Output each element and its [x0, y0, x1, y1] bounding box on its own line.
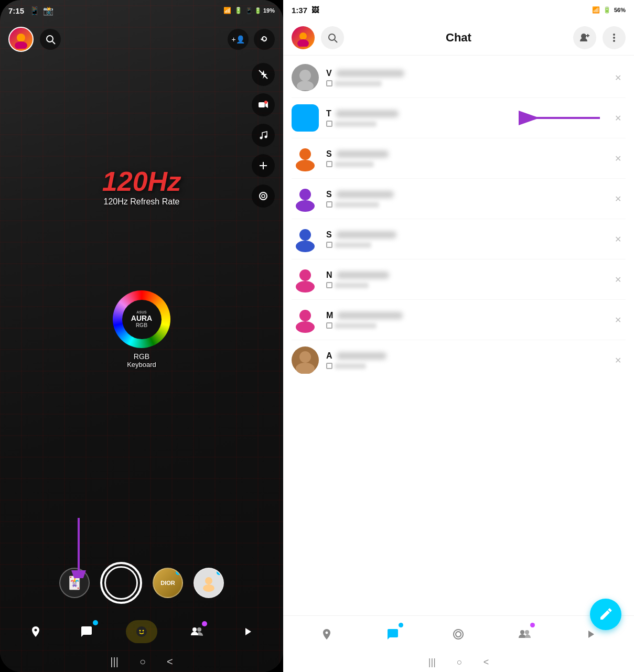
chat-item-a[interactable]: A ✕ — [283, 340, 634, 380]
add-friend-button[interactable]: +👤 — [228, 29, 249, 50]
stories-nav-item[interactable] — [236, 620, 259, 643]
lens-button[interactable] — [252, 185, 275, 208]
chat-sub-s2 — [326, 201, 610, 208]
chat-item-s2[interactable]: S ✕ — [283, 179, 634, 219]
search-button[interactable] — [40, 29, 61, 50]
compose-fab[interactable] — [590, 599, 621, 630]
chat-item-v[interactable]: V ✕ — [283, 58, 634, 97]
back-button[interactable]: < — [167, 656, 173, 668]
svg-point-47 — [296, 321, 315, 333]
svg-point-8 — [260, 137, 263, 139]
bitmoji-filter[interactable] — [194, 568, 224, 598]
avatar-t — [292, 104, 319, 132]
map-nav-item[interactable] — [24, 620, 47, 643]
chat-info-v: V — [326, 69, 610, 86]
close-chat-s1[interactable]: ✕ — [610, 149, 626, 168]
chat-info-s1: S — [326, 149, 610, 167]
right-recent-apps[interactable]: ||| — [428, 657, 436, 668]
rgb-keyboard-text: RGB — [63, 352, 220, 361]
chat-initial-s2: S — [326, 190, 332, 199]
right-chat-nav[interactable] — [381, 623, 404, 646]
svg-point-50 — [520, 630, 524, 634]
ai-nav-item[interactable] — [126, 620, 157, 643]
hz-sub-text: 120Hz Refresh Rate — [63, 197, 220, 207]
chat-info-a: A — [326, 351, 610, 369]
battery-icon: 🔋 — [234, 7, 242, 14]
chat-name-row-s1: S — [326, 149, 610, 159]
dior-label: DIOR — [160, 580, 175, 586]
home-button[interactable]: ○ — [139, 656, 146, 668]
add-effect-button[interactable] — [252, 154, 275, 177]
svg-point-20 — [142, 630, 144, 632]
chat-nav-item[interactable] — [75, 620, 98, 643]
snap-icon-s1 — [326, 161, 332, 167]
chat-item-m[interactable]: M ✕ — [283, 300, 634, 340]
right-camera-nav[interactable] — [447, 623, 470, 646]
close-chat-s3[interactable]: ✕ — [610, 230, 626, 248]
chat-item-t[interactable]: T ✕ — [283, 98, 634, 138]
svg-line-3 — [52, 41, 55, 44]
flash-off-button[interactable] — [252, 63, 275, 86]
chat-item-n[interactable]: N ✕ — [283, 259, 634, 299]
avatar-s3 — [292, 225, 319, 253]
close-chat-n[interactable]: ✕ — [610, 270, 626, 289]
chat-initial-a: A — [326, 351, 332, 361]
right-status-icons: 📶 🔋 56% — [592, 6, 626, 14]
svg-point-22 — [197, 627, 201, 632]
chat-sub-v — [326, 80, 610, 86]
avatar-v — [292, 64, 319, 91]
close-chat-t[interactable]: ✕ — [610, 109, 626, 127]
close-chat-a[interactable]: ✕ — [610, 351, 626, 370]
close-chat-s2[interactable]: ✕ — [610, 190, 626, 208]
add-friend-button-right[interactable] — [573, 26, 596, 49]
filter-cards[interactable]: 🃏 — [59, 568, 90, 598]
music-button[interactable] — [252, 124, 275, 147]
left-top-bar: +👤 — [0, 21, 283, 58]
chat-item-s1[interactable]: S ✕ — [283, 138, 634, 178]
friends-dot — [202, 621, 207, 626]
shutter-button[interactable] — [100, 562, 142, 604]
snap-icon-t — [326, 121, 332, 127]
aura-logo: ASUS AURA RGB — [113, 290, 170, 348]
chat-search-button[interactable] — [321, 26, 344, 49]
camera-content: 120Hz 120Hz Refresh Rate ASUS AURA RGB R… — [63, 168, 220, 368]
aura-container: ASUS AURA RGB — [63, 248, 220, 348]
close-chat-v[interactable]: ✕ — [610, 69, 626, 87]
svg-point-31 — [613, 34, 615, 36]
bitmoji-dot — [217, 570, 222, 575]
chat-sub-blur-s2 — [335, 202, 379, 208]
avatar-s1 — [292, 145, 319, 172]
recent-apps-button[interactable]: ||| — [110, 656, 119, 668]
svg-point-0 — [17, 34, 25, 42]
right-friends-nav[interactable] — [513, 623, 536, 646]
snap-icon-m — [326, 322, 332, 329]
user-avatar-right[interactable] — [292, 26, 315, 49]
hz-text: 120Hz — [102, 166, 181, 197]
chat-item-s3[interactable]: S ✕ — [283, 219, 634, 259]
chat-name-blur-m — [337, 312, 403, 319]
right-home[interactable]: ○ — [457, 657, 463, 668]
svg-point-12 — [260, 192, 267, 200]
user-avatar[interactable] — [8, 27, 34, 52]
svg-point-41 — [296, 200, 315, 212]
svg-point-32 — [613, 37, 615, 39]
snap-icon-a — [326, 363, 332, 369]
more-options-button[interactable] — [603, 26, 626, 49]
chat-info-s2: S — [326, 190, 610, 208]
chat-initial-n: N — [326, 270, 332, 280]
friends-nav-item[interactable] — [185, 620, 208, 643]
chat-name-row-s2: S — [326, 190, 610, 199]
right-back[interactable]: < — [483, 657, 489, 668]
close-chat-m[interactable]: ✕ — [610, 311, 626, 329]
right-friends-dot — [530, 623, 535, 627]
svg-point-34 — [299, 70, 311, 81]
dior-filter[interactable]: DIOR — [153, 568, 183, 598]
right-map-nav[interactable] — [315, 623, 338, 646]
chat-name-row-t: T — [326, 109, 610, 118]
avatar-s2 — [292, 185, 319, 212]
rotate-camera-button[interactable] — [254, 29, 275, 50]
svg-point-51 — [525, 630, 529, 634]
video-button[interactable] — [252, 93, 275, 116]
chat-initial-t: T — [326, 109, 331, 118]
chat-name-row-m: M — [326, 311, 610, 320]
